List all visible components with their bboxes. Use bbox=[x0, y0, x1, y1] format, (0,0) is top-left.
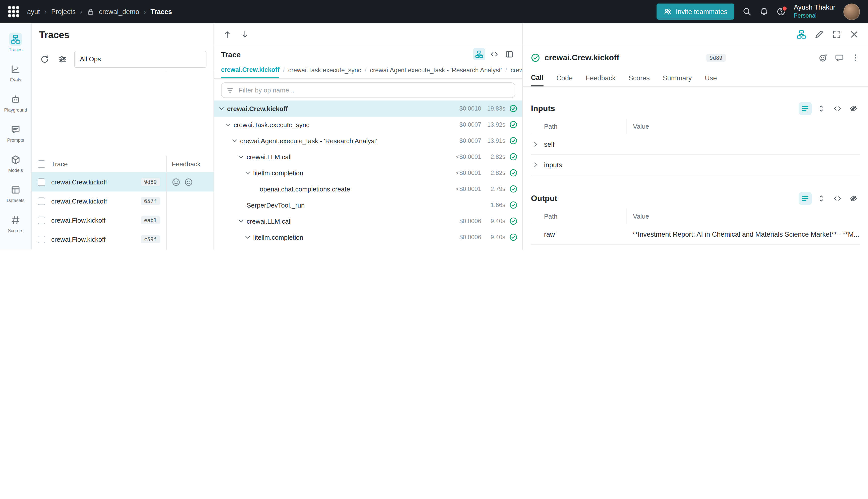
table-row[interactable]: crewai.Flow.kickoffc5ff bbox=[31, 249, 213, 250]
trace-id-badge: eab1 bbox=[140, 216, 160, 224]
chevron-down-icon[interactable] bbox=[231, 137, 240, 144]
edit-button[interactable] bbox=[814, 30, 824, 39]
avatar[interactable] bbox=[843, 3, 860, 20]
select-all-checkbox[interactable] bbox=[37, 160, 45, 168]
sidebar-item-traces[interactable]: Traces bbox=[0, 27, 31, 57]
sidebar-item-models[interactable]: Models bbox=[0, 148, 31, 178]
comment-button[interactable] bbox=[835, 53, 844, 62]
trace-path-tab[interactable]: crewai.LLM.call bbox=[511, 62, 522, 78]
output-list-view-button[interactable] bbox=[799, 192, 812, 205]
output-expand-button[interactable] bbox=[815, 192, 828, 205]
chevron-down-icon[interactable] bbox=[238, 153, 247, 160]
tab-scores[interactable]: Scores bbox=[629, 69, 650, 86]
notifications-icon[interactable] bbox=[759, 7, 769, 16]
chevron-down-icon[interactable] bbox=[238, 218, 247, 224]
trace-path-tab[interactable]: crewai.Agent.execute_task - 'Research An… bbox=[370, 62, 502, 78]
tab-use[interactable]: Use bbox=[705, 69, 717, 86]
open-trace-view-button[interactable] bbox=[797, 30, 806, 39]
add-reaction-button[interactable] bbox=[819, 53, 828, 62]
trace-tree-row[interactable]: litellm.completion<$0.00012.82s bbox=[214, 165, 522, 181]
tab-feedback[interactable]: Feedback bbox=[586, 69, 616, 86]
ops-filter-select[interactable]: All Ops bbox=[74, 50, 207, 68]
output-code-view-button[interactable] bbox=[831, 192, 844, 205]
op-name-filter[interactable] bbox=[221, 82, 516, 98]
trace-op-name[interactable]: crewai.Flow.kickoff bbox=[51, 216, 106, 224]
object-row[interactable]: inputs bbox=[531, 155, 860, 175]
breadcrumb-project[interactable]: crewai_demo bbox=[99, 8, 139, 15]
breadcrumb-projects[interactable]: Projects bbox=[51, 8, 76, 15]
tab-summary[interactable]: Summary bbox=[663, 69, 692, 86]
trace-op-name[interactable]: crewai.Crew.kickoff bbox=[51, 178, 107, 186]
table-row[interactable]: crewai.Flow.kickoffeab1 bbox=[31, 210, 213, 230]
trace-path-tab[interactable]: crewai.Crew.kickoff bbox=[221, 62, 280, 78]
wandb-logo-icon[interactable] bbox=[8, 6, 19, 17]
code-view-button[interactable] bbox=[488, 48, 500, 60]
row-checkbox[interactable] bbox=[37, 235, 45, 243]
sidebar-item-evals[interactable]: Evals bbox=[0, 57, 31, 87]
trace-tree-row[interactable]: SerperDevTool._run1.66s bbox=[214, 197, 522, 213]
sidebar-item-prompts[interactable]: Prompts bbox=[0, 118, 31, 148]
trace-tree-row[interactable]: crewai.Agent.execute_task - 'Research An… bbox=[214, 133, 522, 149]
help-icon[interactable] bbox=[777, 7, 786, 16]
feedback-negative-icon[interactable] bbox=[184, 178, 193, 186]
op-cost: <$0.0001 bbox=[448, 169, 481, 177]
object-row[interactable]: self bbox=[531, 134, 860, 155]
chevron-down-icon[interactable] bbox=[218, 105, 227, 112]
op-filter-input[interactable] bbox=[238, 86, 510, 95]
inputs-expand-button[interactable] bbox=[815, 102, 828, 115]
inputs-list-view-button[interactable] bbox=[799, 102, 812, 115]
previous-trace-button[interactable] bbox=[223, 30, 232, 39]
row-checkbox[interactable] bbox=[37, 216, 45, 224]
refresh-button[interactable] bbox=[38, 52, 51, 65]
trace-op-name[interactable]: crewai.Crew.kickoff bbox=[51, 197, 107, 205]
sidebar-item-scorers[interactable]: Scorers bbox=[0, 208, 31, 238]
more-options-button[interactable] bbox=[851, 53, 860, 62]
chevron-right-icon[interactable] bbox=[532, 141, 539, 148]
chevron-right-icon[interactable] bbox=[532, 161, 539, 168]
trace-tree-row[interactable]: crewai.LLM.call$0.00069.40s bbox=[214, 213, 522, 229]
sidebar-item-playground[interactable]: Playground bbox=[0, 87, 31, 118]
search-icon[interactable] bbox=[742, 7, 752, 16]
feedback-positive-icon[interactable] bbox=[172, 178, 180, 186]
table-row[interactable]: crewai.Flow.kickoffc59f bbox=[31, 230, 213, 249]
trace-tree-row[interactable]: openai.chat.completions.create<$0.00012.… bbox=[214, 181, 522, 197]
inputs-code-view-button[interactable] bbox=[831, 102, 844, 115]
row-checkbox-cell bbox=[31, 235, 51, 243]
tab-call[interactable]: Call bbox=[531, 69, 544, 86]
tree-view-button[interactable] bbox=[473, 48, 485, 60]
flame-view-button[interactable] bbox=[503, 48, 516, 60]
object-row[interactable]: pydanticnull bbox=[531, 245, 860, 250]
filter-settings-button[interactable] bbox=[56, 52, 69, 65]
trace-id-badge: 657f bbox=[140, 197, 160, 205]
close-panel-button[interactable] bbox=[850, 30, 859, 39]
trace-tree-row[interactable]: crewai.LLM.call<$0.00012.82s bbox=[214, 149, 522, 165]
chevron-down-icon[interactable] bbox=[244, 169, 253, 177]
user-menu[interactable]: Ayush Thakur Personal bbox=[794, 4, 835, 20]
fullscreen-button[interactable] bbox=[832, 30, 841, 39]
call-id-badge[interactable]: 9d89 bbox=[706, 54, 726, 62]
breadcrumb-entity[interactable]: ayut bbox=[27, 8, 40, 15]
sidebar-item-datasets[interactable]: Datasets bbox=[0, 178, 31, 208]
table-row[interactable]: crewai.Crew.kickoff657f bbox=[31, 192, 213, 210]
trace-tree-row[interactable]: litellm.completion$0.00069.40s bbox=[214, 229, 522, 245]
trace-path-tab[interactable]: crewai.Task.execute_sync bbox=[288, 62, 361, 78]
trace-op-name[interactable]: crewai.Flow.kickoff bbox=[51, 235, 106, 243]
trace-tree-title: Trace bbox=[221, 50, 240, 59]
next-trace-button[interactable] bbox=[240, 30, 249, 39]
invite-teammates-button[interactable]: Invite teammates bbox=[657, 3, 735, 20]
sidebar-item-more[interactable]: More bbox=[0, 238, 31, 250]
inputs-hide-button[interactable] bbox=[847, 102, 860, 115]
trace-tree-row[interactable]: crewai.Task.execute_sync$0.000713.92s bbox=[214, 117, 522, 133]
output-hide-button[interactable] bbox=[847, 192, 860, 205]
trace-tree-header: Trace bbox=[214, 46, 522, 62]
chevron-down-icon[interactable] bbox=[224, 121, 234, 128]
chevron-down-icon[interactable] bbox=[244, 234, 253, 241]
trace-tree-row[interactable]: openai.chat.completions.create$0.00069.4… bbox=[214, 245, 522, 250]
row-checkbox[interactable] bbox=[37, 178, 45, 186]
trace-tree-row[interactable]: crewai.Crew.kickoff$0.001019.83s bbox=[214, 100, 522, 117]
invite-icon bbox=[664, 8, 672, 15]
row-checkbox[interactable] bbox=[37, 197, 45, 205]
tab-code[interactable]: Code bbox=[557, 69, 573, 86]
object-row[interactable]: raw**Investment Report: AI in Chemical a… bbox=[531, 224, 860, 245]
table-row[interactable]: crewai.Crew.kickoff9d89 bbox=[31, 172, 213, 192]
